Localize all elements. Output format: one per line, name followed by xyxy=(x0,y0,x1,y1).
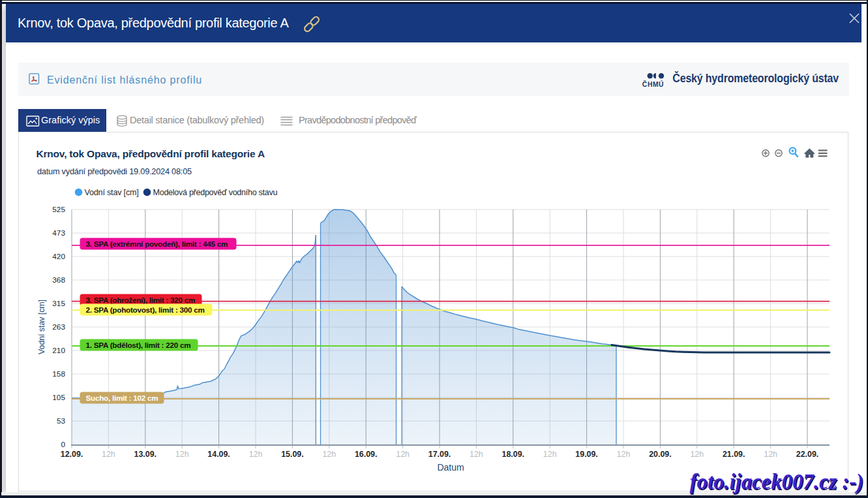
svg-text:525: 525 xyxy=(52,205,65,214)
svg-text:12h: 12h xyxy=(470,450,483,459)
svg-text:12h: 12h xyxy=(249,450,263,459)
svg-text:19.09.: 19.09. xyxy=(575,450,597,459)
svg-text:12h: 12h xyxy=(764,450,777,459)
svg-text:18.09.: 18.09. xyxy=(502,450,524,459)
svg-text:105: 105 xyxy=(52,393,65,402)
svg-text:12h: 12h xyxy=(322,450,336,459)
svg-text:3. SPA (extrémní povodeň), lim: 3. SPA (extrémní povodeň), limit : 445 c… xyxy=(86,240,228,248)
svg-text:15.09.: 15.09. xyxy=(281,450,303,459)
svg-text:Sucho, limit : 102 cm: Sucho, limit : 102 cm xyxy=(86,394,158,402)
svg-text:12h: 12h xyxy=(690,450,704,459)
svg-text:263: 263 xyxy=(52,322,65,332)
svg-text:12h: 12h xyxy=(175,450,189,459)
svg-text:420: 420 xyxy=(52,252,65,261)
svg-text:Modelová předpověď vodního sta: Modelová předpověď vodního stavu xyxy=(153,188,278,197)
svg-text:473: 473 xyxy=(52,228,65,238)
svg-text:53: 53 xyxy=(57,416,66,426)
svg-text:12h: 12h xyxy=(543,450,557,459)
svg-text:1. SPA (bdělost), limit : 220: 1. SPA (bdělost), limit : 220 cm xyxy=(86,341,191,349)
svg-text:13.09.: 13.09. xyxy=(134,450,157,459)
svg-text:12.09.: 12.09. xyxy=(61,450,83,459)
svg-text:12h: 12h xyxy=(102,450,115,459)
svg-text:21.09.: 21.09. xyxy=(723,450,745,459)
svg-text:368: 368 xyxy=(52,275,65,285)
svg-text:Vodní stav [cm]: Vodní stav [cm] xyxy=(37,300,46,354)
svg-text:12h: 12h xyxy=(617,450,631,459)
svg-text:Vodní stav [cm]: Vodní stav [cm] xyxy=(85,188,139,197)
svg-text:17.09.: 17.09. xyxy=(428,450,451,459)
svg-text:158: 158 xyxy=(52,369,65,379)
svg-text:20.09.: 20.09. xyxy=(649,450,671,459)
svg-text:210: 210 xyxy=(52,346,65,355)
svg-text:2. SPA (pohotovost), limit : 3: 2. SPA (pohotovost), limit : 300 cm xyxy=(86,305,205,314)
svg-text:12h: 12h xyxy=(396,450,410,459)
svg-text:16.09.: 16.09. xyxy=(355,450,377,459)
svg-text:3. SPA (ohrožení), limit : 320: 3. SPA (ohrožení), limit : 320 cm xyxy=(86,296,196,304)
svg-text:14.09.: 14.09. xyxy=(207,450,230,459)
svg-text:0: 0 xyxy=(61,440,65,449)
svg-text:22.09.: 22.09. xyxy=(796,450,818,459)
svg-text:315: 315 xyxy=(52,299,65,308)
